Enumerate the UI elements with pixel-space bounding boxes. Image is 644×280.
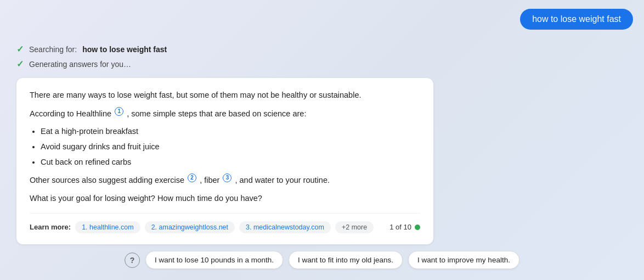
search-query-text: how to lose weight fast <box>532 14 621 24</box>
suggestion-bar: ? I want to lose 10 pounds in a month. I… <box>125 251 519 269</box>
answer-card: There are many ways to lose weight fast,… <box>16 78 433 244</box>
answer-intro-line1: There are many ways to lose weight fast,… <box>30 89 420 102</box>
source-chip-2[interactable]: 2. amazingweightloss.net <box>145 221 235 233</box>
bullet-3: Cut back on refined carbs <box>41 156 420 169</box>
answer-bullets-list: Eat a high-protein breakfast Avoid sugar… <box>41 126 420 168</box>
suggestion-chip-2[interactable]: I want to fit into my old jeans. <box>289 251 403 269</box>
search-bar[interactable]: how to lose weight fast <box>520 9 633 30</box>
searching-prefix: Searching for: <box>29 45 77 54</box>
page-indicator: 1 of 10 <box>389 223 420 231</box>
page-indicator-text: 1 of 10 <box>389 223 411 231</box>
bullet-1: Eat a high-protein breakfast <box>41 126 420 138</box>
main-content: ✓ Searching for: how to lose weight fast… <box>0 0 450 255</box>
more-chip[interactable]: +2 more <box>335 221 374 233</box>
searching-query: how to lose weight fast <box>82 45 167 54</box>
suggestion-chip-3[interactable]: I want to improve my health. <box>408 251 519 269</box>
answer-other-sources: Other sources also suggest adding exerci… <box>30 173 420 187</box>
suggestion-chip-1[interactable]: I want to lose 10 pounds in a month. <box>145 251 283 269</box>
green-dot-icon <box>415 225 420 230</box>
learn-more-bar: Learn more: 1. healthline.com 2. amazing… <box>30 213 420 233</box>
ref-2[interactable]: 2 <box>188 173 196 182</box>
source-chip-3[interactable]: 3. medicalnewstoday.com <box>239 221 331 233</box>
ref-1[interactable]: 1 <box>115 107 123 116</box>
source-chip-1[interactable]: 1. healthline.com <box>75 221 140 233</box>
status-searching: ✓ Searching for: how to lose weight fast <box>16 44 433 54</box>
check-icon-searching: ✓ <box>16 44 24 54</box>
check-icon-generating: ✓ <box>16 59 24 69</box>
ref-3[interactable]: 3 <box>223 173 231 182</box>
status-generating: ✓ Generating answers for you… <box>16 59 433 69</box>
bullet-2: Avoid sugary drinks and fruit juice <box>41 141 420 153</box>
answer-intro-line2: According to Healthline 1 , some simple … <box>30 107 420 120</box>
learn-more-label: Learn more: <box>30 223 71 231</box>
answer-question: What is your goal for losing weight? How… <box>30 192 420 205</box>
question-icon[interactable]: ? <box>125 253 140 268</box>
generating-text: Generating answers for you… <box>29 60 131 69</box>
